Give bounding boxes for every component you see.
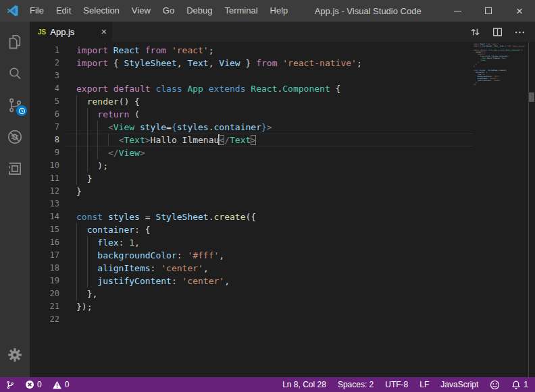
code-line-13[interactable]: 13 [30, 198, 473, 211]
line-number: 14 [30, 211, 59, 223]
minimize-button[interactable] [442, 0, 473, 22]
line-number: 19 [30, 275, 59, 287]
sidebar-item-source-control[interactable] [0, 89, 30, 121]
close-window-button[interactable]: × [504, 0, 535, 22]
code-lines: 1import React from 'react';2import { Sty… [30, 44, 473, 326]
code-line-1[interactable]: 1import React from 'react'; [30, 44, 473, 57]
overview-cursor-marker[interactable] [529, 92, 534, 102]
minimap[interactable]: import React from 'react';import { Style… [474, 43, 528, 88]
status-indentation[interactable]: Spaces: 2 [338, 380, 374, 389]
line-number: 18 [30, 262, 59, 275]
code-line-19[interactable]: 19 justifyContent: 'center', [30, 275, 473, 287]
activity-bar [0, 22, 30, 377]
menu-view[interactable]: View [126, 0, 157, 22]
status-errors-text: 0 [37, 380, 42, 389]
code-line-11[interactable]: 11 } [30, 172, 473, 185]
sidebar-item-search[interactable] [0, 57, 30, 89]
minimize-icon [454, 11, 461, 11]
indent-guide [97, 134, 98, 146]
code-line-20[interactable]: 20 }, [30, 287, 473, 300]
explorer-icon [6, 33, 24, 51]
menu-terminal[interactable]: Terminal [218, 0, 263, 22]
code-line-18[interactable]: 18 alignItems: 'center', [30, 262, 473, 275]
code-line-17[interactable]: 17 backgroundColor: '#fff', [30, 249, 473, 262]
split-editor-icon[interactable] [492, 26, 503, 38]
status-language-mode-text: JavaScript [440, 380, 478, 389]
code-line-14[interactable]: 14const styles = StyleSheet.create({ [30, 211, 473, 223]
status-warnings-text: 0 [65, 380, 70, 389]
tab-appjs[interactable]: JS App.js × [30, 22, 112, 42]
status-git-branch[interactable] [5, 380, 15, 390]
menu-debug[interactable]: Debug [180, 0, 218, 22]
menu-file[interactable]: File [24, 0, 50, 22]
sidebar-item-extensions[interactable] [0, 152, 30, 184]
code-line-12[interactable]: 12} [30, 185, 473, 198]
indent-guide [87, 236, 88, 249]
status-warnings[interactable]: 0 [52, 380, 70, 389]
open-changes-icon[interactable] [469, 26, 481, 38]
warning-triangle-icon [52, 381, 62, 389]
indent-guide [87, 134, 88, 146]
code-line-16[interactable]: 16 flex: 1, [30, 236, 473, 249]
indent-guide [97, 121, 98, 134]
sidebar-item-debug[interactable] [0, 121, 30, 152]
indent-guide [76, 275, 77, 287]
window-controls: × [442, 0, 535, 22]
status-bar-right: Ln 8, Col 28Spaces: 2UTF-8LFJavaScript1 [282, 380, 528, 390]
code-line-6[interactable]: 6 return ( [30, 108, 473, 121]
line-number: 17 [30, 249, 59, 262]
line-number: 12 [30, 185, 59, 198]
indent-guide [87, 249, 88, 262]
code-line-21[interactable]: 21}); [30, 300, 473, 313]
indent-guide [87, 159, 88, 172]
line-number: 5 [30, 95, 59, 108]
tab-bar: JS App.js × [30, 22, 535, 42]
status-feedback[interactable] [490, 380, 500, 390]
indent-guide [76, 159, 77, 172]
line-number: 3 [30, 69, 59, 82]
indent-guide [76, 108, 77, 121]
status-notifications[interactable]: 1 [511, 380, 528, 390]
menu-go[interactable]: Go [157, 0, 180, 22]
menu-help[interactable]: Help [264, 0, 295, 22]
status-eol[interactable]: LF [419, 380, 429, 389]
tab-close-button[interactable]: × [101, 27, 107, 36]
status-eol-text: LF [419, 380, 429, 389]
vscode-logo-icon [6, 4, 20, 18]
smiley-icon [490, 380, 500, 390]
code-line-5[interactable]: 5 render() { [30, 95, 473, 108]
indent-guide [76, 172, 77, 185]
code-line-3[interactable]: 3 [30, 69, 473, 82]
code-line-10[interactable]: 10 ); [30, 159, 473, 172]
code-line-15[interactable]: 15 container: { [30, 223, 473, 236]
code-line-2[interactable]: 2import { StyleSheet, Text, View } from … [30, 57, 473, 69]
status-language-mode[interactable]: JavaScript [440, 380, 478, 389]
manage-settings-button[interactable] [0, 339, 30, 370]
sidebar-item-explorer[interactable] [0, 26, 30, 57]
status-encoding[interactable]: UTF-8 [385, 380, 408, 389]
code-line-7[interactable]: 7 <View style={styles.container}> [30, 121, 473, 134]
overview-ruler[interactable] [528, 42, 535, 377]
indent-guide [76, 249, 77, 262]
code-line-9[interactable]: 9 </View> [30, 146, 473, 159]
code-editor[interactable]: 1import React from 'react';2import { Sty… [30, 42, 535, 377]
menu-edit[interactable]: Edit [50, 0, 77, 22]
title-bar: FileEditSelectionViewGoDebugTerminalHelp… [0, 0, 535, 22]
line-number: 20 [30, 287, 59, 300]
indent-guide [76, 134, 77, 146]
status-cursor-position-text: Ln 8, Col 28 [282, 380, 326, 389]
status-errors[interactable]: 0 [25, 380, 42, 389]
debug-icon [6, 128, 24, 146]
bell-icon [511, 380, 521, 390]
code-line-22[interactable]: 22 [30, 313, 473, 326]
maximize-button[interactable] [473, 0, 504, 22]
indent-guide [97, 146, 98, 159]
code-line-8[interactable]: 8 <Text>Hallo Ilmenau</Text> [30, 134, 473, 146]
status-cursor-position[interactable]: Ln 8, Col 28 [282, 380, 326, 389]
line-number: 10 [30, 159, 59, 172]
menu-selection[interactable]: Selection [77, 0, 125, 22]
line-number: 4 [30, 82, 59, 95]
more-actions-icon[interactable] [514, 26, 526, 38]
code-line-4[interactable]: 4export default class App extends React.… [30, 82, 473, 95]
indent-guide [87, 262, 88, 275]
